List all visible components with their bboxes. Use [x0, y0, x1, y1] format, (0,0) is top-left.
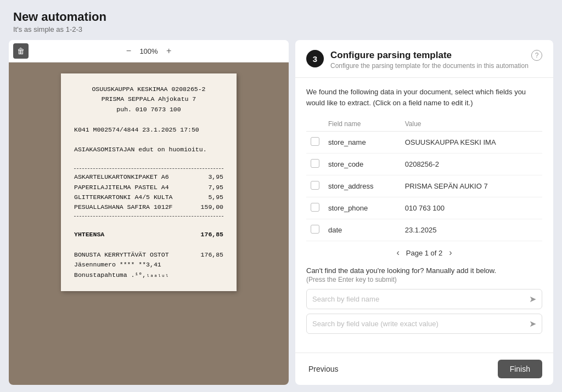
page-title: New automation	[13, 10, 549, 24]
fields-table: Field name Value store_name OSUUSKAUPPA …	[306, 117, 542, 241]
doc-image-area: OSUUSKAUPPA KESKIMAA 0208265-2 PRISMA SE…	[9, 63, 289, 385]
row-checkbox-cell	[306, 154, 324, 175]
row-checkbox-cell	[306, 197, 324, 219]
receipt-header-line1: OSUUSKAUPPA KESKIMAA 0208265-2	[74, 84, 223, 94]
field-value-cell-0: OSUUSKAUPPA KESKI IMA	[401, 132, 542, 154]
checkbox-col-header	[306, 117, 324, 132]
receipt-meta: K041 M002574/4844 23.1.2025 17:50	[74, 125, 223, 135]
table-header-row: Field name Value	[306, 117, 542, 132]
field-name-cell-0[interactable]: store_name	[324, 132, 401, 154]
row-checkbox-0[interactable]	[311, 137, 319, 146]
manual-add-hint: (Press the Enter key to submit)	[306, 276, 542, 283]
receipt-paper: OSUUSKAUPPA KESKIMAA 0208265-2 PRISMA SE…	[61, 73, 237, 291]
field-value-cell-4: 23.1.2025	[401, 219, 542, 241]
finish-button[interactable]: Finish	[498, 360, 542, 378]
receipt-note: ASIAKASOMISTAJAN edut on huomioitu.	[74, 145, 223, 155]
row-checkbox-cell	[306, 219, 324, 241]
value-col-header: Value	[401, 117, 542, 132]
field-name-send-icon[interactable]: ➤︎	[529, 294, 536, 304]
receipt-total: YHTEENSA176,85	[74, 230, 223, 240]
receipt-item-1: ASKARTELUKARTONKIPAKET A63,95	[74, 172, 223, 182]
step-text: Configure parsing template Configure the…	[330, 50, 529, 70]
receipt-header-line3: puh. 010 7673 100	[74, 105, 223, 115]
help-icon[interactable]: ?	[531, 50, 542, 61]
table-row: store_code 0208256-2	[306, 154, 542, 175]
field-value-send-icon[interactable]: ➤︎	[529, 319, 536, 329]
row-checkbox-3[interactable]	[311, 203, 319, 212]
doc-viewer: 🗑 − 100% + OSUUSKAUPPA KESKIMAA 0208265-…	[9, 40, 289, 385]
receipt-member: Jäsennumero **** **3,41	[74, 260, 223, 270]
field-name-search-input[interactable]	[312, 295, 529, 303]
manual-add-title: Can't find the data you're looking for? …	[306, 266, 542, 275]
page-next-arrow[interactable]: ›	[449, 248, 452, 258]
config-title: Configure parsing template	[330, 50, 529, 61]
field-name-cell-2[interactable]: store_address	[324, 175, 401, 197]
doc-toolbar: 🗑 − 100% +	[9, 40, 289, 63]
config-header-top: 3 Configure parsing template Configure t…	[306, 50, 542, 70]
zoom-level: 100%	[139, 47, 158, 55]
table-row: store_phone 010 763 100	[306, 197, 542, 219]
row-checkbox-cell	[306, 175, 324, 197]
table-row: date 23.1.2025	[306, 219, 542, 241]
instruction-text: We found the following data in your docu…	[306, 87, 542, 108]
config-footer: Previous Finish	[295, 353, 553, 385]
page-header: New automation It's as simple as 1-2-3	[0, 0, 562, 40]
field-name-search-wrap: ➤︎	[306, 289, 542, 309]
row-checkbox-2[interactable]	[311, 181, 319, 190]
config-panel: 3 Configure parsing template Configure t…	[295, 40, 553, 385]
delete-button[interactable]: 🗑	[13, 43, 29, 59]
field-value-search-input[interactable]	[312, 320, 529, 328]
receipt-divider-1	[74, 168, 223, 169]
config-header: 3 Configure parsing template Configure t…	[295, 40, 553, 78]
page-subtitle: It's as simple as 1-2-3	[13, 25, 549, 33]
receipt-item-3: GLITTERKARTONKI A4/5 KULTA5,95	[74, 192, 223, 202]
field-name-cell-1[interactable]: store_code	[324, 154, 401, 175]
receipt-background: OSUUSKAUPPA KESKIMAA 0208265-2 PRISMA SE…	[9, 63, 289, 385]
field-value-cell-2: PRISMA SEPÄN AUKIO 7	[401, 175, 542, 197]
page-label: Page 1 of 2	[406, 249, 443, 257]
field-value-cell-3: 010 763 100	[401, 197, 542, 219]
field-value-cell-1: 0208256-2	[401, 154, 542, 175]
field-name-cell-4[interactable]: date	[324, 219, 401, 241]
receipt-header-line2: PRISMA SEPPALA Ahjokatu 7	[74, 94, 223, 104]
field-name-col-header: Field name	[324, 117, 401, 132]
table-row: store_address PRISMA SEPÄN AUKIO 7	[306, 175, 542, 197]
config-description: Configure the parsing template for the d…	[330, 62, 529, 70]
receipt-item-2: PAPERILAJITELMA PASTEL A47,95	[74, 183, 223, 192]
field-value-search-wrap: ➤︎	[306, 314, 542, 334]
field-name-cell-3[interactable]: store_phone	[324, 197, 401, 219]
row-checkbox-cell	[306, 132, 324, 154]
receipt-bonus-line: BONUSTA KERRYTTÄVÄT OSTOT176,85	[74, 250, 223, 260]
step-info: 3 Configure parsing template Configure t…	[306, 50, 529, 70]
page-prev-arrow[interactable]: ‹	[396, 248, 399, 258]
manual-add-section: Can't find the data you're looking for? …	[306, 266, 542, 334]
step-circle: 3	[306, 50, 324, 67]
zoom-in-button[interactable]: +	[162, 44, 176, 58]
receipt-item-4: PESUALLASHANA SAFIRA 1012F159,00	[74, 202, 223, 212]
row-checkbox-4[interactable]	[311, 225, 319, 234]
zoom-out-button[interactable]: −	[122, 44, 135, 58]
config-body: We found the following data in your docu…	[295, 78, 553, 353]
main-content: 🗑 − 100% + OSUUSKAUPPA KESKIMAA 0208265-…	[0, 40, 562, 392]
previous-button[interactable]: Previous	[306, 360, 340, 378]
receipt-bonus-event: Bonustapahtuma .¹⁰,ₗₐₐₗᵤₗ	[74, 270, 223, 280]
zoom-controls: − 100% +	[122, 44, 175, 58]
pagination: ‹ Page 1 of 2 ›	[306, 241, 542, 260]
row-checkbox-1[interactable]	[311, 159, 319, 168]
receipt-divider-2	[74, 216, 223, 217]
table-row: store_name OSUUSKAUPPA KESKI IMA	[306, 132, 542, 154]
